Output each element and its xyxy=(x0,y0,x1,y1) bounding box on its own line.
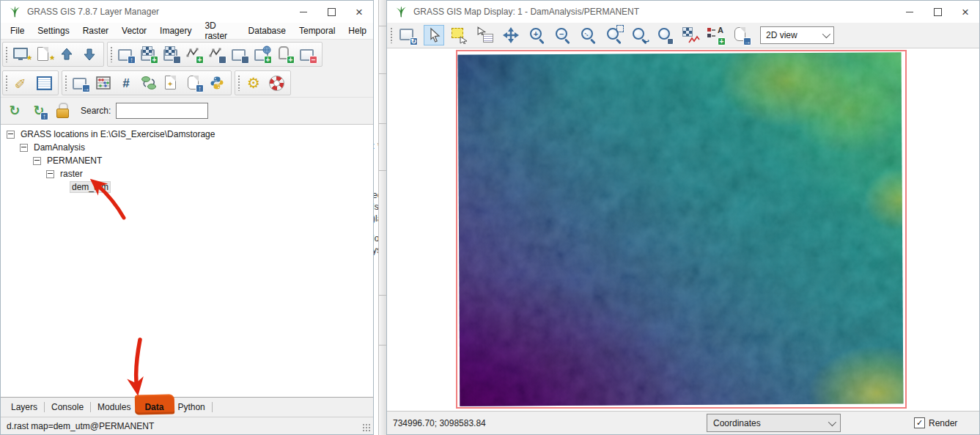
tree-label[interactable]: GRASS locations in E:\GIS_Exercise\Damst… xyxy=(18,128,217,140)
add-group-button[interactable]: + xyxy=(276,45,295,63)
statusbar-mode-dropdown[interactable]: Coordinates xyxy=(707,414,841,432)
pointer-tool-button[interactable] xyxy=(424,25,444,45)
pointer-icon xyxy=(426,27,442,43)
zoom-options-button[interactable] xyxy=(655,25,675,45)
zoom-back-icon: ↩ xyxy=(630,26,648,44)
background-scrollbar[interactable] xyxy=(378,0,386,435)
attribute-table-button[interactable] xyxy=(34,74,54,92)
menu-temporal[interactable]: Temporal xyxy=(292,24,342,37)
reload-mapset-button[interactable]: ↑ xyxy=(29,102,48,120)
misc-badge-icon xyxy=(173,56,181,64)
toolbar-grip[interactable] xyxy=(237,75,240,91)
zoom-extent-button[interactable]: ↔ xyxy=(578,25,598,45)
raster-icon xyxy=(142,46,152,56)
zoom-out-button[interactable]: – xyxy=(552,25,572,45)
view-mode-dropdown[interactable]: 2D view xyxy=(760,26,834,44)
maximize-button[interactable] xyxy=(924,1,951,23)
tab-python[interactable]: Python xyxy=(173,402,209,412)
expander-icon[interactable] xyxy=(46,170,54,178)
expander-icon[interactable] xyxy=(7,131,15,139)
tree-label-selected[interactable]: dem_utm xyxy=(70,181,111,193)
resize-grip[interactable] xyxy=(362,423,371,432)
remove-layer-button[interactable]: – xyxy=(298,45,317,63)
zoom-region-button[interactable] xyxy=(603,25,624,45)
import-data-button[interactable]: → xyxy=(71,74,90,92)
add-overlay-button[interactable]: A+ xyxy=(706,25,726,45)
zoom-in-button[interactable]: + xyxy=(526,25,547,45)
toolbar-grip[interactable] xyxy=(110,46,113,62)
select-tool-button[interactable] xyxy=(449,25,470,45)
toolbar-grip[interactable] xyxy=(5,75,8,91)
tree-label[interactable]: raster xyxy=(58,168,85,180)
analyze-map-button[interactable] xyxy=(680,25,701,45)
tab-console[interactable]: Console xyxy=(47,402,88,412)
search-input[interactable] xyxy=(116,103,208,119)
map-display-titlebar[interactable]: GRASS GIS Map Display: 1 - DamAnalysis/P… xyxy=(387,1,979,23)
tree-label[interactable]: PERMANENT xyxy=(45,155,104,167)
graphical-modeler-button[interactable] xyxy=(139,74,158,92)
open-workspace-button[interactable] xyxy=(57,45,76,63)
expander-icon[interactable] xyxy=(20,144,28,152)
add-multiple-layers-button[interactable]: ↑ xyxy=(117,45,136,63)
add-command-layer-button[interactable] xyxy=(230,45,249,63)
menu-file[interactable]: File xyxy=(4,24,31,37)
menu-imagery[interactable]: Imagery xyxy=(153,24,198,37)
toolbar-grip[interactable] xyxy=(390,27,393,43)
import-badge-icon: ↑ xyxy=(196,84,204,92)
edit-vector-button[interactable] xyxy=(12,74,31,92)
search-label: Search: xyxy=(81,106,111,116)
tab-layers[interactable]: Layers xyxy=(7,402,42,412)
close-button[interactable] xyxy=(345,1,373,23)
map-canvas[interactable] xyxy=(387,48,979,411)
new-workspace-button[interactable]: * xyxy=(34,45,54,63)
gui-settings-button[interactable] xyxy=(244,74,263,92)
help-button[interactable] xyxy=(267,74,286,92)
minimize-button[interactable] xyxy=(290,1,317,23)
plus-badge-icon: + xyxy=(196,56,204,64)
menu-vector[interactable]: Vector xyxy=(115,24,153,37)
render-display-button[interactable]: ↻ xyxy=(398,25,419,45)
tab-modules[interactable]: Modules xyxy=(93,402,135,412)
raster-calculator-button[interactable] xyxy=(94,74,113,92)
query-tool-button[interactable] xyxy=(475,25,495,45)
tree-row-raster-group[interactable]: raster xyxy=(1,167,373,180)
add-raster-layer-button[interactable]: + xyxy=(139,45,158,63)
add-various-raster-button[interactable] xyxy=(162,45,181,63)
save-display-button[interactable]: → xyxy=(732,25,752,45)
tree-row-mapset[interactable]: PERMANENT xyxy=(1,154,373,167)
tab-data[interactable]: Data xyxy=(140,402,168,412)
menu-raster[interactable]: Raster xyxy=(76,24,115,37)
add-web-service-layer-button[interactable]: + xyxy=(253,45,272,63)
minimize-button[interactable] xyxy=(896,1,924,23)
python-shell-button[interactable] xyxy=(207,74,226,92)
statusbar-mode-value: Coordinates xyxy=(713,418,761,428)
render-checkbox[interactable] xyxy=(914,417,925,428)
globe-icon xyxy=(262,45,271,54)
new-map-display-button[interactable]: * xyxy=(12,45,31,63)
cartographic-composer-button[interactable]: ✦ xyxy=(162,74,181,92)
pan-tool-button[interactable] xyxy=(501,25,521,45)
zoom-back-button[interactable]: ↩ xyxy=(629,25,649,45)
expander-icon[interactable] xyxy=(33,157,41,165)
toolbar-grip[interactable] xyxy=(65,75,67,91)
run-script-button[interactable]: ↑ xyxy=(185,74,204,92)
save-workspace-button[interactable] xyxy=(80,45,99,63)
zoom-in-icon: + xyxy=(528,26,545,44)
unlock-mapsets-button[interactable] xyxy=(54,102,73,120)
close-button[interactable] xyxy=(951,1,979,23)
add-vector-layer-button[interactable]: + xyxy=(185,45,204,63)
layer-manager-titlebar[interactable]: GRASS GIS 7.8.7 Layer Manager xyxy=(1,1,373,23)
menu-database[interactable]: Database xyxy=(242,24,292,37)
maximize-button[interactable] xyxy=(317,1,345,23)
tree-row-location[interactable]: DamAnalysis xyxy=(1,141,373,154)
tree-row-dem-utm[interactable]: dem_utm xyxy=(1,180,373,194)
menu-help[interactable]: Help xyxy=(342,24,373,37)
add-various-vector-button[interactable] xyxy=(207,45,226,63)
menu-settings[interactable]: Settings xyxy=(31,24,75,37)
toolbar-grip[interactable] xyxy=(5,46,8,62)
tree-label[interactable]: DamAnalysis xyxy=(32,142,87,153)
window-title: GRASS GIS Map Display: 1 - DamAnalysis/P… xyxy=(413,7,896,17)
georectify-button[interactable] xyxy=(117,74,136,92)
tree-row-locations[interactable]: GRASS locations in E:\GIS_Exercise\Damst… xyxy=(1,128,373,141)
reload-tree-button[interactable] xyxy=(5,102,24,120)
